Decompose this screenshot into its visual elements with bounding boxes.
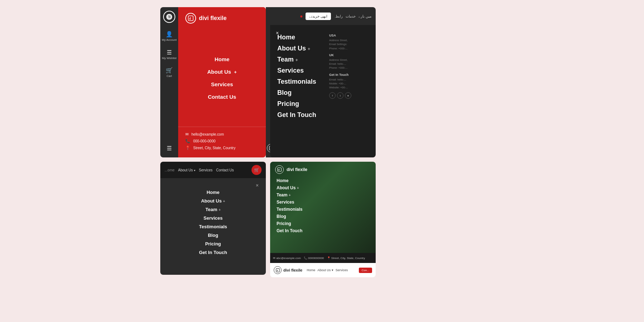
uk-title: UK — [329, 53, 369, 57]
svg-text:d: d — [189, 17, 191, 20]
hamburger-icon[interactable]: ☰ — [167, 145, 172, 152]
ig-icon[interactable]: ● — [345, 92, 351, 99]
contact-email: ✉ abc@example.com — [273, 257, 301, 260]
phone-icon: 📞 — [185, 139, 190, 143]
overlay-nav-team[interactable]: Team + — [277, 56, 326, 63]
red-menu-nav: Home About Us + Services Contact Us — [178, 29, 266, 127]
overlay-nav-testimonials[interactable]: Testimonials — [277, 78, 326, 86]
rtl-nav-contact[interactable]: رابطہ — [334, 14, 343, 18]
horiz-about[interactable]: About Us ▾ — [178, 168, 195, 172]
img-nav-team[interactable]: Team + — [277, 192, 369, 197]
email-icon: ✉ — [185, 132, 189, 137]
img-nav-home[interactable]: Home — [277, 178, 369, 183]
account-label: My Account — [162, 38, 176, 42]
img-nav-about[interactable]: About Us + — [277, 185, 369, 190]
red-menu-footer: ✉ hello@example.com 📞 000-000-0000 📍 Str… — [178, 127, 266, 157]
location-icon: 📍 — [185, 146, 190, 150]
horiz-services[interactable]: Services — [199, 168, 213, 172]
image-menu-nav: Home About Us + Team + Services Testimon… — [270, 177, 376, 234]
img-nav-getintouch[interactable]: Get In Touch — [277, 228, 369, 233]
horiz-nav-bar: ...ome About Us ▾ Services Contact Us 🛒 — [160, 162, 266, 178]
rtl-cta-button[interactable]: ابھی خریدنے — [306, 13, 331, 20]
logo-nav-about[interactable]: About Us ▾ — [317, 268, 333, 272]
centered-nav-about[interactable]: About Us + — [201, 198, 225, 204]
img-nav-blog[interactable]: Blog — [277, 214, 369, 219]
centered-nav-pricing[interactable]: Pricing — [205, 241, 221, 247]
red-nav-home[interactable]: Home — [215, 56, 230, 62]
horiz-home-partial[interactable]: ...ome — [165, 168, 175, 172]
logo-bar-nav: Home About Us ▾ Services — [307, 268, 348, 272]
sidebar-logo: d — [163, 11, 175, 23]
rtl-navbar: ● ابھی خریدنے رابطہ خدمات میں بارے — [270, 7, 376, 25]
overlay-nav-services[interactable]: Services — [277, 67, 326, 74]
dark-overlay-panel: × Home About Us + Team + Services Testim… — [270, 25, 376, 157]
image-brand-name: divi flexile — [287, 167, 307, 172]
logo-bar: d divi flexile Home About Us ▾ Services … — [270, 263, 376, 277]
contact-bar: ✉ abc@example.com 📞 0000000000 📍 Street,… — [270, 253, 376, 263]
get-in-touch-title: Get In Touch — [329, 73, 369, 77]
centered-nav-getintouch[interactable]: Get In Touch — [199, 250, 227, 255]
my-account-button[interactable]: 👤 My Account — [162, 31, 176, 42]
tw-icon[interactable]: t — [337, 92, 343, 99]
red-nav-contact[interactable]: Contact Us — [208, 94, 236, 100]
img-nav-pricing[interactable]: Pricing — [277, 221, 369, 226]
footer-email: ✉ hello@example.com — [185, 132, 259, 137]
dark-overlay-nav: Home About Us + Team + Services Testimon… — [277, 34, 326, 119]
centered-nav-team[interactable]: Team + — [205, 207, 220, 212]
svg-text:d: d — [278, 169, 280, 171]
image-menu-logo-bar: d divi flexile — [270, 162, 376, 177]
dark-overlay-info: USA Address Street,Email Settings:Phone:… — [329, 34, 369, 119]
red-menu-panel: d divi flexile Home About Us + Services … — [178, 7, 266, 157]
cart-label: Cart — [166, 74, 172, 78]
red-logo-icon: d — [185, 13, 196, 24]
red-menu-header: d divi flexile — [178, 7, 266, 29]
horiz-contact[interactable]: Contact Us — [216, 168, 234, 172]
img-nav-services[interactable]: Services — [277, 200, 369, 205]
rtl-nav-services[interactable]: خدمات — [346, 14, 356, 18]
usa-title: USA — [329, 34, 369, 37]
centered-nav-testimonials[interactable]: Testimonials — [199, 224, 227, 229]
overlay-nav-pricing[interactable]: Pricing — [277, 100, 326, 108]
contact-info: Email: hello-...Mobile: +00-...Website: … — [329, 78, 369, 90]
rtl-active-dot: ● — [300, 13, 303, 19]
centered-menu-panel: × Home About Us + Team + Services Testim… — [160, 178, 266, 275]
centered-nav-blog[interactable]: Blog — [208, 233, 218, 238]
red-brand-name: divi flexile — [199, 15, 226, 21]
fb-icon[interactable]: f — [329, 92, 336, 99]
canvas: d 👤 My Account ☰ My Wishlist 🛒 Cart ☰ d … — [0, 0, 644, 322]
horiz-cart-icon[interactable]: 🛒 — [252, 165, 262, 175]
close-icon[interactable]: × — [276, 30, 279, 36]
overlay-nav-about[interactable]: About Us + — [277, 45, 326, 52]
svg-text:d: d — [277, 269, 278, 272]
red-nav-about[interactable]: About Us + — [207, 69, 236, 75]
left-sidebar: d 👤 My Account ☰ My Wishlist 🛒 Cart ☰ — [160, 7, 178, 157]
image-logo-icon: d — [275, 165, 284, 174]
img-nav-testimonials[interactable]: Testimonials — [277, 207, 369, 212]
centered-nav-services[interactable]: Services — [204, 215, 223, 221]
image-menu-panel: d divi flexile Home About Us + Team + Se… — [270, 162, 376, 253]
footer-phone: 📞 000-000-0000 — [185, 139, 259, 143]
footer-address: 📍 Street, City, State, Country — [185, 146, 259, 150]
overlay-nav-home[interactable]: Home — [277, 34, 326, 41]
logo-bar-cta[interactable]: Con... — [359, 268, 372, 273]
usa-info: Address Street,Email Settings:Phone: +00… — [329, 38, 369, 50]
contact-phone: 📞 0000000000 — [304, 257, 324, 260]
centered-menu-nav: Home About Us + Team + Services Testimon… — [199, 190, 227, 255]
logo-nav-home[interactable]: Home — [307, 268, 315, 272]
my-wishlist-button[interactable]: ☰ My Wishlist — [162, 49, 176, 60]
svg-text:d: d — [168, 15, 170, 19]
logo-bar-name: divi flexile — [283, 268, 302, 272]
logo-nav-services[interactable]: Services — [336, 268, 348, 272]
uk-info: Address Street,Email: hello-...Phone: +0… — [329, 58, 369, 70]
contact-address: 📍 Street, City, State, Country — [327, 257, 365, 260]
centered-nav-home[interactable]: Home — [206, 190, 219, 195]
overlay-nav-getintouch[interactable]: Get In Touch — [277, 111, 326, 119]
overlay-nav-blog[interactable]: Blog — [277, 89, 326, 97]
logo-bar-brand: d divi flexile — [274, 266, 302, 274]
centered-menu-close[interactable]: × — [256, 182, 259, 188]
logo-bar-icon: d — [274, 266, 282, 274]
cart-button[interactable]: 🛒 Cart — [166, 67, 173, 78]
rtl-nav-about[interactable]: میں بارے — [358, 14, 371, 18]
red-nav-services[interactable]: Services — [211, 81, 233, 87]
wishlist-label: My Wishlist — [162, 57, 176, 60]
